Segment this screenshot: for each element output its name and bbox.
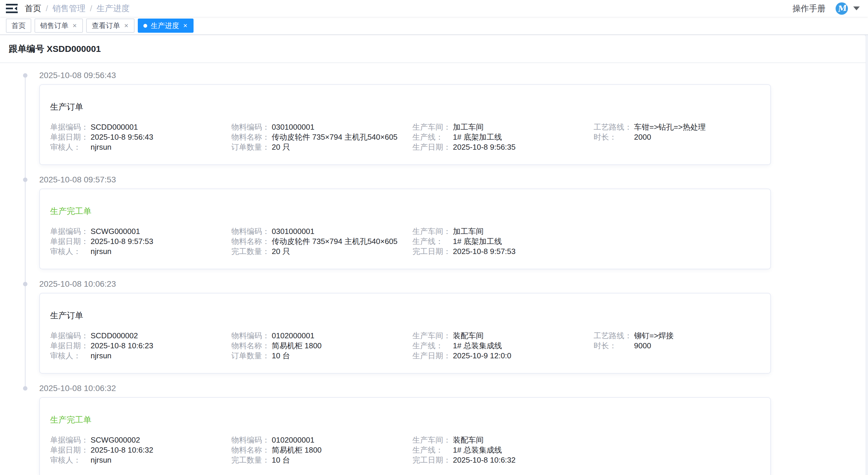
tags-bar: 首页 销售订单 × 查看订单 × 生产进度 × — [0, 17, 868, 35]
avatar-dropdown-caret-icon[interactable] — [853, 6, 860, 10]
breadcrumb-item-home[interactable]: 首页 — [25, 3, 41, 14]
field-value: 2025-10-8 9:57:53 — [91, 236, 153, 246]
sidebar-toggle-hamburger-icon[interactable] — [6, 3, 18, 14]
order-card: 生产完工单 单据编码： SCWG000002 单据日期： 2025-10-8 1… — [39, 397, 771, 475]
user-avatar[interactable]: M — [836, 2, 848, 15]
field-row: 生产车间： 装配车间 — [412, 435, 594, 445]
field-value: 0102000001 — [272, 331, 314, 341]
field-label: 审核人： — [50, 246, 91, 257]
field-label: 完工数量： — [231, 246, 272, 257]
field-label: 物料编码： — [231, 331, 272, 341]
field-label: 单据日期： — [50, 445, 91, 455]
field-value: 0301000001 — [272, 226, 314, 236]
field-row: 生产日期： 2025-10-9 12:0:0 — [412, 351, 594, 361]
timeline-dot-icon — [23, 386, 27, 391]
field-row: 生产车间： 加工车间 — [412, 122, 594, 132]
field-value: 装配车间 — [453, 331, 484, 341]
field-row: 完工日期： 2025-10-8 10:6:32 — [412, 455, 594, 465]
field-label: 订单数量： — [231, 351, 272, 361]
field-value: 铆钉=>焊接 — [634, 331, 674, 341]
tab-close-icon[interactable]: × — [72, 22, 77, 29]
tab-close-icon[interactable]: × — [124, 22, 129, 29]
field-row: 审核人： njrsun — [50, 351, 231, 361]
timeline-item-header: 2025-10-08 10:06:23 — [0, 278, 866, 290]
order-card-column: 物料编码： 0102000001 物料名称： 简易机柜 1800 订单数量： 1… — [231, 331, 412, 361]
field-row: 物料名称： 传动皮轮件 735×794 主机孔540×605 — [231, 236, 412, 246]
field-label: 生产车间： — [412, 226, 453, 236]
order-card-column: 单据编码： SCDD000001 单据日期： 2025-10-8 9:56:43… — [50, 122, 231, 152]
field-row: 完工数量： 10 台 — [231, 455, 412, 465]
timeline-timestamp: 2025-10-08 09:57:53 — [39, 175, 116, 184]
breadcrumb-item-sales: 销售管理 — [53, 3, 86, 14]
field-label: 物料名称： — [231, 341, 272, 351]
field-row: 完工数量： 20 只 — [231, 246, 412, 257]
order-card-column: 生产车间： 加工车间 生产线： 1# 底架加工线 生产日期： 2025-10-8… — [412, 122, 594, 152]
field-value: SCDD000001 — [91, 122, 138, 132]
manual-link[interactable]: 操作手册 — [793, 3, 826, 14]
field-label: 完工日期： — [412, 246, 453, 257]
field-value: 传动皮轮件 735×794 主机孔540×605 — [272, 236, 397, 246]
field-value: njrsun — [91, 351, 112, 361]
field-label: 生产车间： — [412, 331, 453, 341]
order-card-column: 生产车间： 装配车间 生产线： 1# 总装集成线 完工日期： 2025-10-8… — [412, 435, 594, 465]
field-label: 物料编码： — [231, 435, 272, 445]
timeline-timestamp: 2025-10-08 10:06:23 — [39, 279, 116, 289]
field-value: 2025-10-8 9:56:43 — [91, 132, 153, 142]
field-row: 物料编码： 0102000001 — [231, 331, 412, 341]
field-value: 2025-10-8 9:56:35 — [453, 142, 516, 152]
field-label: 生产车间： — [412, 435, 453, 445]
order-card-column: 物料编码： 0102000001 物料名称： 简易机柜 1800 完工数量： 1… — [231, 435, 412, 465]
field-value: 2025-10-8 10:6:23 — [91, 341, 153, 351]
field-row: 物料名称： 简易机柜 1800 — [231, 341, 412, 351]
avatar-letter: M — [837, 3, 847, 13]
breadcrumb-item-current: 生产进度 — [97, 3, 130, 14]
field-row: 生产车间： 加工车间 — [412, 226, 594, 236]
field-value: 1# 底架加工线 — [453, 236, 502, 246]
order-card-column: 生产车间： 加工车间 生产线： 1# 底架加工线 完工日期： 2025-10-8… — [412, 226, 594, 257]
field-value: 20 只 — [272, 246, 290, 257]
field-label: 时长： — [594, 132, 634, 142]
tab[interactable]: 查看订单 × — [86, 19, 134, 33]
field-row: 物料编码： 0102000001 — [231, 435, 412, 445]
field-label: 生产线： — [412, 445, 453, 455]
field-value: njrsun — [91, 455, 112, 465]
field-row: 物料编码： 0301000001 — [231, 122, 412, 132]
field-row: 单据编码： SCDD000002 — [50, 331, 231, 341]
tab[interactable]: 销售订单 × — [34, 19, 83, 33]
field-label: 审核人： — [50, 142, 91, 152]
order-card-column: 物料编码： 0301000001 物料名称： 传动皮轮件 735×794 主机孔… — [231, 226, 412, 257]
field-row: 生产线： 1# 底架加工线 — [412, 132, 594, 142]
field-label: 生产日期： — [412, 351, 453, 361]
field-row: 生产线： 1# 总装集成线 — [412, 341, 594, 351]
field-label: 生产线： — [412, 132, 453, 142]
field-value: njrsun — [91, 142, 112, 152]
order-card-title: 生产完工单 — [50, 414, 760, 426]
field-value: 20 只 — [272, 142, 290, 152]
active-tab-dot-icon — [144, 24, 147, 28]
vertical-scrollbar[interactable] — [866, 35, 868, 475]
field-value: 加工车间 — [453, 122, 484, 132]
order-card-column: 工艺路线： 车钳=>钻孔=>热处理 时长： 2000 — [594, 122, 760, 152]
field-value: 10 台 — [272, 455, 290, 465]
timeline-item: 2025-10-08 09:57:53 生产完工单 单据编码： SCWG0000… — [0, 174, 866, 269]
field-row: 单据编码： SCWG000002 — [50, 435, 231, 445]
field-label: 工艺路线： — [594, 331, 634, 341]
field-value: 2000 — [634, 132, 651, 142]
tab-label: 生产进度 — [151, 21, 179, 30]
order-card-grid: 单据编码： SCDD000001 单据日期： 2025-10-8 9:56:43… — [50, 122, 760, 152]
field-value: 装配车间 — [453, 435, 484, 445]
order-card: 生产订单 单据编码： SCDD000001 单据日期： 2025-10-8 9:… — [39, 84, 771, 165]
tab[interactable]: 生产进度 × — [138, 19, 193, 33]
field-row: 完工日期： 2025-10-8 9:57:53 — [412, 246, 594, 257]
order-card: 生产订单 单据编码： SCDD000002 单据日期： 2025-10-8 10… — [39, 293, 771, 374]
field-row: 物料编码： 0301000001 — [231, 226, 412, 236]
tab-close-icon[interactable]: × — [183, 22, 188, 29]
field-row: 审核人： njrsun — [50, 246, 231, 257]
field-row: 订单数量： 20 只 — [231, 142, 412, 152]
timeline-item-header: 2025-10-08 09:56:43 — [0, 70, 866, 81]
tab[interactable]: 首页 — [6, 19, 31, 33]
field-row: 单据日期： 2025-10-8 10:6:23 — [50, 341, 231, 351]
order-card-column: 单据编码： SCWG000001 单据日期： 2025-10-8 9:57:53… — [50, 226, 231, 257]
field-label: 工艺路线： — [594, 122, 634, 132]
field-row: 审核人： njrsun — [50, 142, 231, 152]
